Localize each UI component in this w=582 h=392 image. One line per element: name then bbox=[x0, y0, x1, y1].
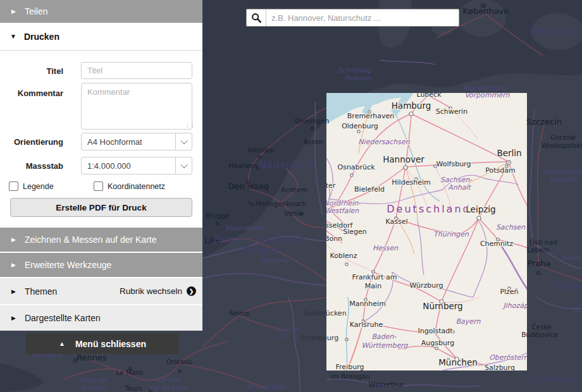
koordinatennetz-checkbox[interactable]: Koordinatennetz bbox=[94, 181, 165, 191]
chevron-right-icon: ▶ bbox=[11, 288, 16, 295]
map-label: Hildesheim bbox=[392, 178, 430, 187]
section-zeichnen-label: Zeichnen & Messen auf der Karte bbox=[25, 235, 157, 245]
map-label: Niedersachsen bbox=[358, 138, 410, 146]
chevron-right-icon: ▶ bbox=[11, 236, 16, 243]
arrow-right-circle-icon: ❯ bbox=[187, 286, 196, 296]
map-label: Kassel bbox=[385, 217, 407, 226]
map-label: Szczecin bbox=[526, 117, 562, 126]
map-label: Mannheim bbox=[349, 300, 386, 308]
chevron-right-icon: ▶ bbox=[11, 315, 16, 321]
map-label: Hannover bbox=[383, 154, 424, 164]
titel-label: Titel bbox=[0, 66, 63, 76]
map-label: Anhalt bbox=[448, 183, 471, 192]
map-label: Budějovice bbox=[521, 331, 558, 338]
kommentar-textarea[interactable] bbox=[81, 83, 192, 130]
map-label: České bbox=[531, 323, 551, 331]
section-dargestellte-karten[interactable]: ▶ Dargestellte Karten bbox=[0, 305, 202, 331]
section-zeichnen-messen[interactable]: ▶ Zeichnen & Messen auf der Karte bbox=[0, 228, 202, 252]
map-label: Wolfsburg bbox=[436, 160, 471, 168]
map-label: im Breisgau bbox=[331, 372, 370, 380]
search-bar bbox=[246, 9, 459, 27]
kommentar-label: Kommentar bbox=[0, 89, 63, 98]
menu-close-button[interactable]: ▲ Menü schliessen bbox=[26, 333, 179, 354]
map-label: Mecklenburg- bbox=[463, 84, 509, 92]
massstab-select[interactable]: 1:4.000.000 bbox=[81, 157, 192, 175]
menu-close-label: Menü schliessen bbox=[75, 339, 146, 349]
orientierung-select[interactable]: A4 Hochformat bbox=[81, 133, 192, 150]
map-label: Augsburg bbox=[421, 339, 454, 347]
chevron-right-icon: ▶ bbox=[11, 8, 16, 15]
map-label: 's-Hertogenbosch bbox=[248, 200, 306, 207]
rubrik-wechseln-link[interactable]: Rubrik wechseln ❯ bbox=[120, 286, 196, 296]
map-label: Frankfurt am bbox=[352, 273, 397, 281]
map-label: Sachsen bbox=[496, 223, 526, 231]
map-label: München bbox=[438, 357, 478, 367]
map-label: Karlsruhe bbox=[350, 321, 383, 329]
map-label: Belgie - Belgique bbox=[214, 234, 305, 245]
section-erweiterte-werkzeuge[interactable]: ▶ Erweiterte Werkzeuge bbox=[0, 253, 202, 277]
map-label: la-Loire bbox=[81, 384, 106, 391]
map-label: Wielkopolski bbox=[541, 142, 582, 149]
map-label: - Belgien bbox=[235, 245, 283, 256]
checkbox-icon[interactable] bbox=[94, 181, 103, 191]
map-label: Westfalen bbox=[325, 207, 359, 215]
map-label: Strasbourg bbox=[300, 334, 338, 342]
map-label: Orléans bbox=[166, 358, 192, 365]
map-label: Ústí nad bbox=[529, 238, 557, 246]
map-label: Reims bbox=[229, 309, 249, 317]
map-label: Osnabrück bbox=[338, 163, 376, 171]
map-label: lubuskie bbox=[550, 175, 578, 183]
map-label: Ingolstadt bbox=[418, 327, 453, 335]
checkbox-icon[interactable] bbox=[9, 181, 18, 191]
print-extent-preview[interactable]: LübeckHamburgSchwerinBremerhavenOldenbur… bbox=[307, 90, 544, 372]
map-label: Hessen bbox=[373, 244, 399, 252]
map-label: Bayern bbox=[456, 317, 481, 326]
map-label: Potsdam bbox=[485, 166, 515, 175]
map-label: Gorzów bbox=[550, 133, 576, 141]
select-chevron-icon bbox=[175, 157, 192, 174]
chevron-right-icon: ▶ bbox=[11, 262, 16, 268]
map-label: Le Mans bbox=[116, 369, 143, 376]
map-label: Rennes bbox=[77, 353, 107, 362]
map-label: Baden- bbox=[372, 333, 397, 341]
orientierung-value: A4 Hochformat bbox=[82, 137, 175, 147]
map-label: Den Haag bbox=[228, 181, 269, 191]
chevron-up-icon: ▲ bbox=[59, 340, 65, 347]
legende-checkbox[interactable]: Legende bbox=[9, 181, 54, 191]
map-label: Hamburg bbox=[392, 101, 431, 111]
section-themen[interactable]: ▶ Themen Rubrik wechseln ❯ bbox=[0, 278, 202, 304]
massstab-value: 1:4.000.000 bbox=[82, 161, 175, 171]
section-drucken-label: Drucken bbox=[24, 32, 59, 42]
map-label: Bonn bbox=[325, 235, 342, 243]
map-label: Bourgogne- bbox=[247, 383, 287, 391]
map-label: Main bbox=[365, 282, 381, 290]
map-label: Arnhem bbox=[281, 186, 307, 193]
map-label: København bbox=[462, 6, 509, 16]
section-dargestellte-label: Dargestellte Karten bbox=[25, 313, 101, 323]
massstab-label: Massstab bbox=[0, 161, 63, 171]
map-label: Vlaanderen bbox=[225, 224, 263, 231]
map-label: Österreich bbox=[524, 373, 580, 385]
section-erweitert-label: Erweiterte Werkzeuge bbox=[25, 260, 111, 270]
koordinatennetz-checkbox-label: Koordinatennetz bbox=[108, 182, 165, 191]
search-icon[interactable] bbox=[247, 9, 266, 26]
section-teilen[interactable]: ▶ Teilen bbox=[0, 0, 202, 23]
map-label: Koblenz bbox=[330, 252, 357, 260]
map-label: Danmark bbox=[531, 25, 579, 37]
map-label: Thüringen bbox=[433, 230, 469, 238]
create-pdf-button[interactable]: Erstelle PDF für Druck bbox=[10, 198, 192, 217]
sidebar-panel: ▶ Teilen ▼ Drucken Titel Kommentar ⋮⋮ Or… bbox=[0, 0, 202, 331]
map-label: Nürnberg bbox=[423, 301, 462, 311]
map-label: Venlo bbox=[285, 209, 303, 217]
map-label: Nederland bbox=[259, 159, 314, 171]
map-label: Groningen bbox=[295, 117, 330, 125]
section-drucken[interactable]: ▼ Drucken bbox=[0, 23, 202, 51]
map-label: Chemnitz bbox=[480, 240, 513, 248]
map-label: Bielefeld bbox=[354, 185, 385, 193]
map-label: Schwerin bbox=[436, 107, 467, 116]
search-input[interactable] bbox=[266, 9, 459, 26]
map-label: Plzeň bbox=[500, 288, 518, 296]
titel-input[interactable] bbox=[81, 62, 192, 79]
map-label: Val de Loire bbox=[149, 384, 189, 391]
map-label: Deutschland bbox=[387, 203, 471, 215]
